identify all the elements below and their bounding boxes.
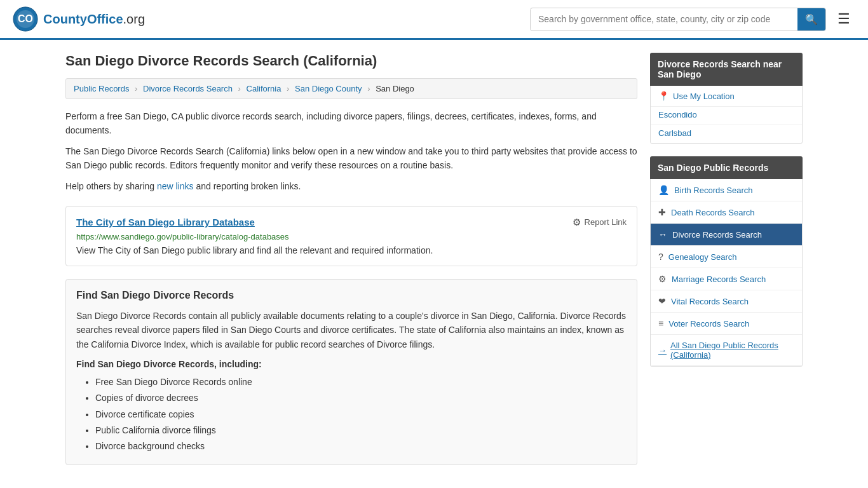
description-para3-suffix: and reporting broken links. bbox=[194, 181, 301, 191]
link-card-header: The City of San Diego Library Database ⚙… bbox=[76, 217, 627, 228]
all-records-label: All San Diego Public Records (California… bbox=[670, 341, 794, 360]
escondido-link[interactable]: Escondido bbox=[658, 110, 697, 119]
breadcrumb-san-diego: San Diego bbox=[376, 84, 414, 93]
use-location-button[interactable]: 📍 Use My Location bbox=[651, 86, 802, 107]
report-link-label: Report Link bbox=[585, 217, 627, 227]
search-input[interactable] bbox=[531, 9, 797, 29]
info-section: Find San Diego Divorce Records San Diego… bbox=[65, 279, 637, 465]
description-para2: The San Diego Divorce Records Search (Ca… bbox=[65, 144, 637, 173]
sidebar-item-genealogy[interactable]: ? Genealogy Search bbox=[651, 246, 802, 268]
sidebar-item-marriage-label: Marriage Records Search bbox=[672, 274, 766, 284]
sidebar-nearby-list: 📍 Use My Location Escondido Carlsbad bbox=[650, 86, 803, 144]
logo-icon: CO bbox=[13, 6, 38, 32]
svg-text:CO: CO bbox=[18, 13, 33, 24]
library-link-title[interactable]: The City of San Diego Library Database bbox=[76, 217, 255, 227]
location-icon: 📍 bbox=[658, 91, 669, 101]
sidebar-records-section: San Diego Public Records 👤 Birth Records… bbox=[650, 156, 803, 367]
sidebar-item-voter-label: Voter Records Search bbox=[668, 319, 749, 329]
sidebar-item-vital[interactable]: ❤ Vital Records Search bbox=[651, 290, 802, 313]
list-item: Divorce background checks bbox=[95, 438, 627, 454]
library-link-url[interactable]: https://www.sandiego.gov/public-library/… bbox=[76, 232, 627, 241]
carlsbad-link-wrapper: Carlsbad bbox=[651, 125, 802, 143]
list-item: Divorce certificate copies bbox=[95, 407, 627, 423]
sidebar-all-records-link[interactable]: → All San Diego Public Records (Californ… bbox=[651, 335, 802, 366]
info-subtitle: Find San Diego Divorce Records, includin… bbox=[76, 359, 627, 369]
info-para1: San Diego Divorce Records contain all pu… bbox=[76, 309, 627, 351]
main-content: San Diego Divorce Records Search (Califo… bbox=[65, 53, 637, 465]
sidebar-item-genealogy-label: Genealogy Search bbox=[668, 252, 737, 262]
breadcrumb: Public Records › Divorce Records Search … bbox=[65, 78, 637, 99]
page-title: San Diego Divorce Records Search (Califo… bbox=[65, 53, 637, 69]
sidebar-item-death[interactable]: ✚ Death Records Search bbox=[651, 201, 802, 224]
description-para1: Perform a free San Diego, CA public divo… bbox=[65, 109, 637, 138]
menu-button[interactable]: ☰ bbox=[832, 8, 855, 30]
use-location-label: Use My Location bbox=[673, 92, 735, 101]
sidebar: Divorce Records Search near San Diego 📍 … bbox=[650, 53, 803, 465]
info-section-title: Find San Diego Divorce Records bbox=[76, 290, 627, 301]
birth-icon: 👤 bbox=[658, 185, 669, 195]
sidebar-nearby-section: Divorce Records Search near San Diego 📍 … bbox=[650, 53, 803, 144]
vital-icon: ❤ bbox=[658, 296, 666, 306]
library-link-card: The City of San Diego Library Database ⚙… bbox=[65, 206, 637, 266]
page-container: San Diego Divorce Records Search (Califo… bbox=[53, 40, 815, 478]
list-item: Copies of divorce decrees bbox=[95, 390, 627, 406]
sidebar-item-voter[interactable]: ≡ Voter Records Search bbox=[651, 313, 802, 335]
logo-text: CountyOffice.org bbox=[43, 12, 145, 27]
sidebar-records-header: San Diego Public Records bbox=[650, 156, 803, 179]
marriage-icon: ⚙ bbox=[658, 274, 667, 284]
description-para3-prefix: Help others by sharing bbox=[65, 181, 157, 191]
breadcrumb-public-records[interactable]: Public Records bbox=[74, 84, 129, 93]
header: CO CountyOffice.org 🔍 ☰ bbox=[0, 0, 868, 40]
divorce-icon: ↔ bbox=[658, 229, 667, 240]
search-button[interactable]: 🔍 bbox=[797, 8, 825, 30]
breadcrumb-california[interactable]: California bbox=[247, 84, 281, 93]
all-records-icon: → bbox=[658, 346, 667, 355]
escondido-link-wrapper: Escondido bbox=[651, 107, 802, 125]
library-link-description: View The City of San Diego public librar… bbox=[76, 245, 627, 255]
sidebar-item-vital-label: Vital Records Search bbox=[671, 297, 749, 306]
sidebar-item-death-label: Death Records Search bbox=[671, 208, 755, 217]
sidebar-item-divorce[interactable]: ↔ Divorce Records Search bbox=[651, 224, 802, 246]
breadcrumb-san-diego-county[interactable]: San Diego County bbox=[295, 84, 362, 93]
sidebar-nearby-header: Divorce Records Search near San Diego bbox=[650, 53, 803, 86]
breadcrumb-divorce-records-search[interactable]: Divorce Records Search bbox=[143, 84, 233, 93]
voter-icon: ≡ bbox=[658, 318, 663, 329]
logo[interactable]: CO CountyOffice.org bbox=[13, 6, 145, 32]
sidebar-item-birth[interactable]: 👤 Birth Records Search bbox=[651, 179, 802, 201]
death-icon: ✚ bbox=[658, 207, 666, 217]
new-links-link[interactable]: new links bbox=[157, 181, 194, 191]
sidebar-records-list: 👤 Birth Records Search ✚ Death Records S… bbox=[650, 179, 803, 367]
list-item: Free San Diego Divorce Records online bbox=[95, 374, 627, 390]
genealogy-icon: ? bbox=[658, 252, 663, 262]
info-list: Free San Diego Divorce Records online Co… bbox=[76, 374, 627, 454]
list-item: Public California divorce filings bbox=[95, 423, 627, 438]
carlsbad-link[interactable]: Carlsbad bbox=[658, 128, 691, 138]
header-right: 🔍 ☰ bbox=[530, 8, 855, 31]
sidebar-item-divorce-label: Divorce Records Search bbox=[672, 230, 762, 240]
sidebar-item-birth-label: Birth Records Search bbox=[674, 186, 753, 195]
search-bar: 🔍 bbox=[530, 8, 826, 31]
description-para3: Help others by sharing new links and rep… bbox=[65, 179, 637, 193]
report-link-button[interactable]: ⚙ Report Link bbox=[573, 217, 627, 228]
report-icon: ⚙ bbox=[573, 217, 581, 228]
sidebar-item-marriage[interactable]: ⚙ Marriage Records Search bbox=[651, 268, 802, 290]
